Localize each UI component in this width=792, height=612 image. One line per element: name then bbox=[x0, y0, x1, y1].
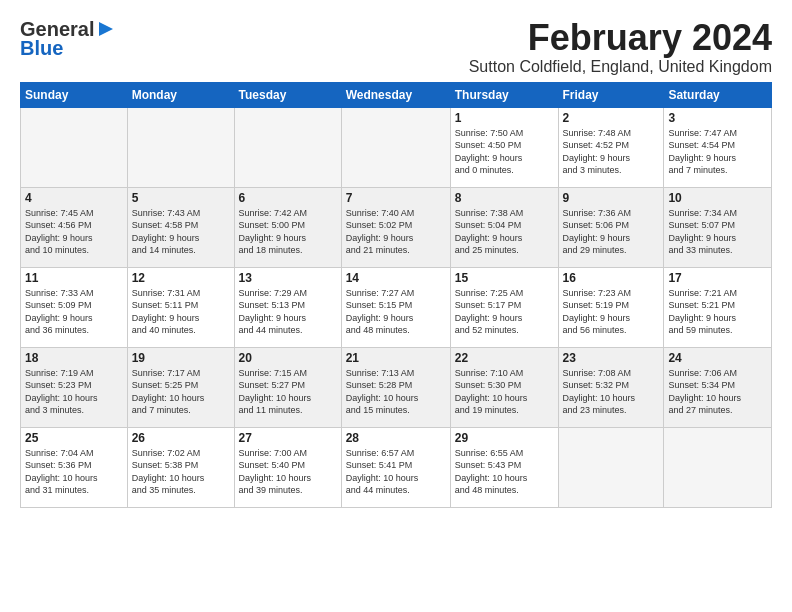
day-info: Sunrise: 7:21 AM Sunset: 5:21 PM Dayligh… bbox=[668, 287, 767, 337]
table-row: 7Sunrise: 7:40 AM Sunset: 5:02 PM Daylig… bbox=[341, 187, 450, 267]
table-row: 3Sunrise: 7:47 AM Sunset: 4:54 PM Daylig… bbox=[664, 107, 772, 187]
day-info: Sunrise: 7:40 AM Sunset: 5:02 PM Dayligh… bbox=[346, 207, 446, 257]
table-row: 13Sunrise: 7:29 AM Sunset: 5:13 PM Dayli… bbox=[234, 267, 341, 347]
table-row: 21Sunrise: 7:13 AM Sunset: 5:28 PM Dayli… bbox=[341, 347, 450, 427]
header-monday: Monday bbox=[127, 82, 234, 107]
table-row: 26Sunrise: 7:02 AM Sunset: 5:38 PM Dayli… bbox=[127, 427, 234, 507]
location: Sutton Coldfield, England, United Kingdo… bbox=[469, 58, 772, 76]
header-saturday: Saturday bbox=[664, 82, 772, 107]
table-row: 14Sunrise: 7:27 AM Sunset: 5:15 PM Dayli… bbox=[341, 267, 450, 347]
day-info: Sunrise: 7:31 AM Sunset: 5:11 PM Dayligh… bbox=[132, 287, 230, 337]
table-row: 28Sunrise: 6:57 AM Sunset: 5:41 PM Dayli… bbox=[341, 427, 450, 507]
table-row: 8Sunrise: 7:38 AM Sunset: 5:04 PM Daylig… bbox=[450, 187, 558, 267]
svg-marker-0 bbox=[99, 22, 113, 36]
calendar-header-row: Sunday Monday Tuesday Wednesday Thursday… bbox=[21, 82, 772, 107]
day-info: Sunrise: 7:38 AM Sunset: 5:04 PM Dayligh… bbox=[455, 207, 554, 257]
day-number: 1 bbox=[455, 111, 554, 125]
day-info: Sunrise: 7:50 AM Sunset: 4:50 PM Dayligh… bbox=[455, 127, 554, 177]
day-number: 13 bbox=[239, 271, 337, 285]
day-number: 8 bbox=[455, 191, 554, 205]
table-row: 24Sunrise: 7:06 AM Sunset: 5:34 PM Dayli… bbox=[664, 347, 772, 427]
day-info: Sunrise: 7:45 AM Sunset: 4:56 PM Dayligh… bbox=[25, 207, 123, 257]
day-number: 2 bbox=[563, 111, 660, 125]
calendar-week-row: 4Sunrise: 7:45 AM Sunset: 4:56 PM Daylig… bbox=[21, 187, 772, 267]
table-row: 9Sunrise: 7:36 AM Sunset: 5:06 PM Daylig… bbox=[558, 187, 664, 267]
day-info: Sunrise: 7:13 AM Sunset: 5:28 PM Dayligh… bbox=[346, 367, 446, 417]
table-row: 11Sunrise: 7:33 AM Sunset: 5:09 PM Dayli… bbox=[21, 267, 128, 347]
table-row bbox=[664, 427, 772, 507]
day-info: Sunrise: 7:17 AM Sunset: 5:25 PM Dayligh… bbox=[132, 367, 230, 417]
day-number: 5 bbox=[132, 191, 230, 205]
title-block: February 2024 Sutton Coldfield, England,… bbox=[469, 18, 772, 76]
calendar-week-row: 11Sunrise: 7:33 AM Sunset: 5:09 PM Dayli… bbox=[21, 267, 772, 347]
table-row: 6Sunrise: 7:42 AM Sunset: 5:00 PM Daylig… bbox=[234, 187, 341, 267]
day-number: 17 bbox=[668, 271, 767, 285]
day-info: Sunrise: 7:15 AM Sunset: 5:27 PM Dayligh… bbox=[239, 367, 337, 417]
table-row: 19Sunrise: 7:17 AM Sunset: 5:25 PM Dayli… bbox=[127, 347, 234, 427]
day-info: Sunrise: 7:27 AM Sunset: 5:15 PM Dayligh… bbox=[346, 287, 446, 337]
table-row bbox=[234, 107, 341, 187]
logo-blue: Blue bbox=[20, 37, 63, 60]
table-row bbox=[558, 427, 664, 507]
day-info: Sunrise: 7:42 AM Sunset: 5:00 PM Dayligh… bbox=[239, 207, 337, 257]
table-row: 18Sunrise: 7:19 AM Sunset: 5:23 PM Dayli… bbox=[21, 347, 128, 427]
calendar-week-row: 25Sunrise: 7:04 AM Sunset: 5:36 PM Dayli… bbox=[21, 427, 772, 507]
table-row: 12Sunrise: 7:31 AM Sunset: 5:11 PM Dayli… bbox=[127, 267, 234, 347]
day-info: Sunrise: 7:06 AM Sunset: 5:34 PM Dayligh… bbox=[668, 367, 767, 417]
day-number: 25 bbox=[25, 431, 123, 445]
day-info: Sunrise: 7:02 AM Sunset: 5:38 PM Dayligh… bbox=[132, 447, 230, 497]
header: General Blue February 2024 Sutton Coldfi… bbox=[20, 18, 772, 76]
table-row: 5Sunrise: 7:43 AM Sunset: 4:58 PM Daylig… bbox=[127, 187, 234, 267]
day-info: Sunrise: 7:47 AM Sunset: 4:54 PM Dayligh… bbox=[668, 127, 767, 177]
day-number: 27 bbox=[239, 431, 337, 445]
day-number: 19 bbox=[132, 351, 230, 365]
logo: General Blue bbox=[20, 18, 117, 60]
day-info: Sunrise: 7:43 AM Sunset: 4:58 PM Dayligh… bbox=[132, 207, 230, 257]
header-tuesday: Tuesday bbox=[234, 82, 341, 107]
day-info: Sunrise: 7:29 AM Sunset: 5:13 PM Dayligh… bbox=[239, 287, 337, 337]
day-number: 26 bbox=[132, 431, 230, 445]
table-row: 4Sunrise: 7:45 AM Sunset: 4:56 PM Daylig… bbox=[21, 187, 128, 267]
table-row: 23Sunrise: 7:08 AM Sunset: 5:32 PM Dayli… bbox=[558, 347, 664, 427]
table-row: 1Sunrise: 7:50 AM Sunset: 4:50 PM Daylig… bbox=[450, 107, 558, 187]
day-info: Sunrise: 7:34 AM Sunset: 5:07 PM Dayligh… bbox=[668, 207, 767, 257]
day-number: 14 bbox=[346, 271, 446, 285]
page: General Blue February 2024 Sutton Coldfi… bbox=[0, 0, 792, 518]
table-row bbox=[341, 107, 450, 187]
day-info: Sunrise: 7:04 AM Sunset: 5:36 PM Dayligh… bbox=[25, 447, 123, 497]
header-friday: Friday bbox=[558, 82, 664, 107]
day-info: Sunrise: 6:55 AM Sunset: 5:43 PM Dayligh… bbox=[455, 447, 554, 497]
day-number: 3 bbox=[668, 111, 767, 125]
day-number: 15 bbox=[455, 271, 554, 285]
header-sunday: Sunday bbox=[21, 82, 128, 107]
table-row bbox=[127, 107, 234, 187]
table-row: 15Sunrise: 7:25 AM Sunset: 5:17 PM Dayli… bbox=[450, 267, 558, 347]
day-number: 6 bbox=[239, 191, 337, 205]
day-info: Sunrise: 7:08 AM Sunset: 5:32 PM Dayligh… bbox=[563, 367, 660, 417]
table-row: 17Sunrise: 7:21 AM Sunset: 5:21 PM Dayli… bbox=[664, 267, 772, 347]
day-number: 29 bbox=[455, 431, 554, 445]
day-number: 16 bbox=[563, 271, 660, 285]
day-number: 7 bbox=[346, 191, 446, 205]
day-info: Sunrise: 7:36 AM Sunset: 5:06 PM Dayligh… bbox=[563, 207, 660, 257]
day-number: 23 bbox=[563, 351, 660, 365]
day-number: 4 bbox=[25, 191, 123, 205]
table-row: 2Sunrise: 7:48 AM Sunset: 4:52 PM Daylig… bbox=[558, 107, 664, 187]
day-info: Sunrise: 6:57 AM Sunset: 5:41 PM Dayligh… bbox=[346, 447, 446, 497]
day-number: 21 bbox=[346, 351, 446, 365]
day-number: 9 bbox=[563, 191, 660, 205]
day-info: Sunrise: 7:23 AM Sunset: 5:19 PM Dayligh… bbox=[563, 287, 660, 337]
day-number: 20 bbox=[239, 351, 337, 365]
day-info: Sunrise: 7:33 AM Sunset: 5:09 PM Dayligh… bbox=[25, 287, 123, 337]
day-info: Sunrise: 7:25 AM Sunset: 5:17 PM Dayligh… bbox=[455, 287, 554, 337]
day-info: Sunrise: 7:10 AM Sunset: 5:30 PM Dayligh… bbox=[455, 367, 554, 417]
table-row: 22Sunrise: 7:10 AM Sunset: 5:30 PM Dayli… bbox=[450, 347, 558, 427]
table-row bbox=[21, 107, 128, 187]
day-number: 28 bbox=[346, 431, 446, 445]
table-row: 16Sunrise: 7:23 AM Sunset: 5:19 PM Dayli… bbox=[558, 267, 664, 347]
day-info: Sunrise: 7:00 AM Sunset: 5:40 PM Dayligh… bbox=[239, 447, 337, 497]
header-wednesday: Wednesday bbox=[341, 82, 450, 107]
day-info: Sunrise: 7:19 AM Sunset: 5:23 PM Dayligh… bbox=[25, 367, 123, 417]
table-row: 25Sunrise: 7:04 AM Sunset: 5:36 PM Dayli… bbox=[21, 427, 128, 507]
month-title: February 2024 bbox=[469, 18, 772, 58]
